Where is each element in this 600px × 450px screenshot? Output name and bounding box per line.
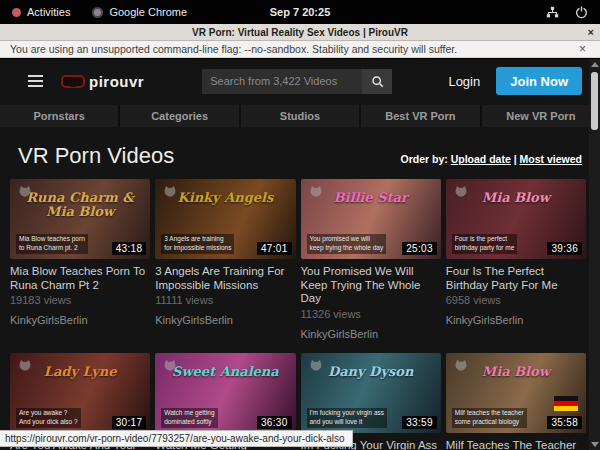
studio-link[interactable]: KinkyGirlsBerlin [10,314,150,326]
record-indicator-icon [12,8,21,17]
chrome-app-icon [92,7,103,18]
video-thumbnail[interactable]: Mia Blow Four is the perfectbirthday par… [446,179,586,259]
status-url-tooltip: https://pirouvr.com/vr-porn-video/779325… [0,430,353,447]
video-title[interactable]: 3 Angels Are Training For Impossible Mis… [155,265,295,292]
video-card[interactable]: Mia Blow Milf teaches the teachersome pr… [446,353,586,450]
caption-line: 3 Angels are training [164,235,223,242]
scroll-up-icon[interactable] [591,62,599,67]
video-title[interactable]: Mia Blow Teaches Porn To Runa Charm Pt 2 [10,265,150,292]
main-nav: Pornstars Categories Studios Best VR Por… [0,105,600,127]
activities-label: Activities [27,6,70,18]
nav-item-new-vr-porn[interactable]: New VR Porn [482,105,600,127]
video-card[interactable]: Billie Star You promised we willkeep try… [301,179,441,340]
caption-line: some practical biology [455,418,519,425]
caption-line: to Runa Charm pt. 2 [19,244,78,251]
order-separator: | [511,153,520,165]
view-count: 11111 views [155,294,295,306]
order-by-label: Order by: [401,153,448,165]
active-app-label: Google Chrome [109,6,187,18]
nav-item-studios[interactable]: Studios [241,105,359,127]
video-card[interactable]: Kinky Angels 3 Angels are trainingfor im… [155,179,295,340]
tab-title: VR Porn: Virtual Reality Sex Videos | Pi… [192,27,408,38]
video-title[interactable]: Milf Teaches The Teacher Some Practical … [446,439,586,450]
search-bar [202,69,392,94]
duration-badge: 47:01 [257,242,292,255]
video-thumbnail[interactable]: Sweet Analena Watch me gettingdominated … [155,353,295,433]
thumbnail-overlay-name: Mia Blow [446,365,586,379]
view-count: 11326 views [301,308,441,320]
page-title: VR Porn Videos [18,143,174,169]
order-most-viewed-link[interactable]: Most viewed [520,153,582,165]
video-card[interactable]: Mia Blow Four is the perfectbirthday par… [446,179,586,340]
nav-item-pornstars[interactable]: Pornstars [0,105,118,127]
studio-link[interactable]: KinkyGirlsBerlin [446,314,586,326]
caption-line: Are you awake ? [19,409,67,416]
thumbnail-overlay-name: Billie Star [301,191,441,205]
warning-close-icon[interactable]: × [579,42,590,56]
thumbnail-caption: Mia Blow teaches pornto Runa Charm pt. 2 [16,234,88,254]
thumbnail-caption: Four is the perfectbirthday party for me [452,234,518,254]
studio-link[interactable]: KinkyGirlsBerlin [155,314,295,326]
chrome-warning-bar: You are using an unsupported command-lin… [0,41,600,58]
video-thumbnail[interactable]: Kinky Angels 3 Angels are trainingfor im… [155,179,295,259]
scroll-down-icon[interactable] [591,442,599,447]
menu-icon[interactable] [28,75,43,87]
caption-line: for impossible missions [164,244,231,251]
video-thumbnail[interactable]: Billie Star You promised we willkeep try… [301,179,441,259]
search-button[interactable] [362,69,392,94]
scrollbar-thumb[interactable] [591,72,598,130]
studio-link[interactable]: KinkyGirlsBerlin [301,328,441,340]
activities-button[interactable]: Activities [12,6,70,18]
caption-line: dominated softly [164,418,211,425]
caption-line: birthday party for me [455,244,515,251]
caption-line: and you will love it [310,418,363,425]
caption-line: Watch me getting [164,409,214,416]
power-icon[interactable] [575,6,588,19]
view-count: 6958 views [446,294,586,306]
video-title[interactable]: You Promised We Will Keep Trying The Who… [301,265,441,306]
clock[interactable]: Sep 7 20:25 [270,6,331,18]
video-thumbnail[interactable]: Runa Charm & Mia Blow Mia Blow teaches p… [10,179,150,259]
thumbnail-overlay-name: Runa Charm & Mia Blow [10,191,150,218]
login-link[interactable]: Login [448,74,480,89]
order-by: Order by: Upload date | Most viewed [401,153,583,165]
duration-badge: 35:58 [547,416,582,429]
video-thumbnail[interactable]: Dany Dyson I'm fucking your virgin assan… [301,353,441,433]
duration-badge: 43:18 [112,242,147,255]
caption-line: I'm fucking your virgin ass [310,409,385,416]
network-icon[interactable] [546,6,559,19]
caption-line: You promised we will [310,235,370,242]
logo-text: pirouvr [89,73,144,90]
thumbnail-overlay-name: Kinky Angels [155,191,295,205]
join-now-button[interactable]: Join Now [496,67,582,95]
caption-line: Milf teaches the teacher [455,409,524,416]
window-close-icon[interactable]: × [588,26,594,38]
vr-goggles-icon [61,75,85,88]
caption-line: And your dick also ? [19,418,78,425]
page-header: VR Porn Videos Order by: Upload date | M… [0,127,600,177]
caption-line: Mia Blow teaches porn [19,235,85,242]
active-app-menu[interactable]: Google Chrome [92,6,187,18]
video-thumbnail[interactable]: Lady Lyne Are you awake ?And your dick a… [10,353,150,433]
warning-text: You are using an unsupported command-lin… [10,43,457,55]
search-input[interactable] [202,69,362,94]
nav-item-best-vr-porn[interactable]: Best VR Porn [361,105,479,127]
thumbnail-caption: You promised we willkeep trying the whol… [307,234,387,254]
view-count: 19183 views [10,294,150,306]
page-content: pirouvr Login Join Now Pornstars Categor… [0,59,600,450]
video-thumbnail[interactable]: Mia Blow Milf teaches the teachersome pr… [446,353,586,433]
video-title[interactable]: Four Is The Perfect Birthday Party For M… [446,265,586,292]
browser-title-bar: VR Porn: Virtual Reality Sex Videos | Pi… [0,24,600,41]
duration-badge: 39:36 [547,242,582,255]
site-header: pirouvr Login Join Now [0,59,600,99]
site-logo[interactable]: pirouvr [61,73,144,90]
order-upload-date-link[interactable]: Upload date [451,153,511,165]
video-grid: Runa Charm & Mia Blow Mia Blow teaches p… [0,177,600,450]
duration-badge: 33:59 [402,416,437,429]
nav-item-categories[interactable]: Categories [120,105,238,127]
video-card[interactable]: Runa Charm & Mia Blow Mia Blow teaches p… [10,179,150,340]
duration-badge: 30:17 [112,416,147,429]
thumbnail-caption: Milf teaches the teachersome practical b… [452,408,527,428]
page-scrollbar[interactable] [589,59,600,450]
thumbnail-caption: Are you awake ?And your dick also ? [16,408,81,428]
